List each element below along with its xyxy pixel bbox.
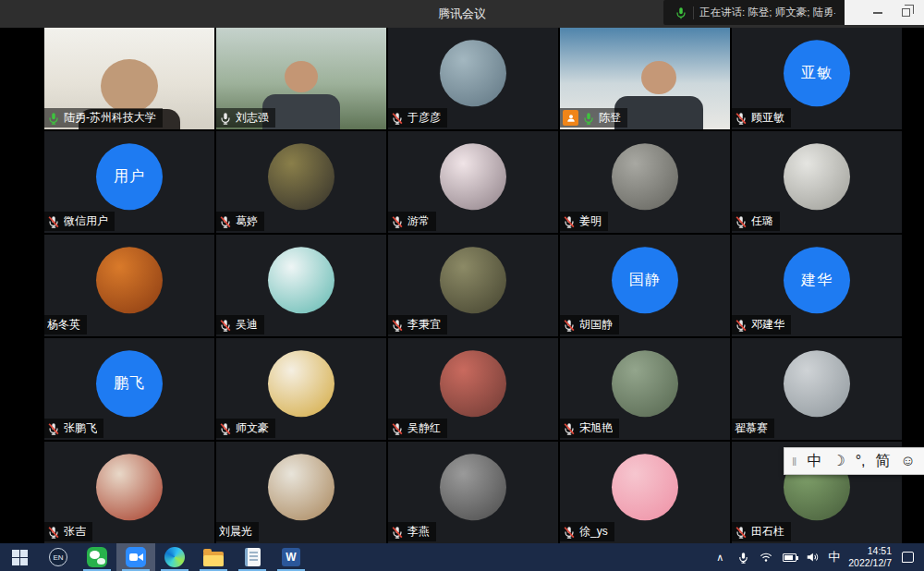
language-indicator-button[interactable]: EN	[39, 543, 78, 571]
ime-mode-toggle[interactable]: 中	[807, 448, 821, 474]
participant-nameplate: 葛婷	[216, 212, 264, 231]
avatar-photo	[440, 143, 506, 210]
mic-speaking-icon	[47, 112, 60, 125]
minimize-button[interactable]	[872, 7, 883, 18]
ime-punctuation-toggle[interactable]: °,	[856, 448, 866, 474]
participant-name: 李秉宜	[407, 317, 441, 333]
participant-tile[interactable]: 用户微信用户	[44, 131, 214, 233]
participant-tile[interactable]: 徐_ys	[560, 442, 730, 543]
clock-date: 2022/12/7	[848, 557, 892, 568]
avatar-initials: 建华	[784, 247, 850, 313]
folder-icon	[203, 552, 224, 566]
participant-tile[interactable]: 于彦彦	[388, 28, 558, 129]
participant-nameplate: 吴静红	[388, 419, 447, 438]
participant-tile[interactable]: 李秉宜	[388, 235, 558, 336]
mic-muted-icon	[563, 215, 576, 228]
participant-tile[interactable]: 宋旭艳	[560, 338, 730, 440]
hidden-icons-chevron[interactable]: ∧	[712, 549, 727, 565]
mic-muted-icon	[735, 526, 748, 539]
participant-tile[interactable]: 陈登	[560, 28, 730, 129]
participant-tile[interactable]: 师文豪	[216, 338, 386, 440]
restore-button[interactable]	[900, 7, 911, 18]
mic-muted-icon	[219, 422, 232, 435]
participant-tile[interactable]: 游常	[388, 131, 558, 233]
participant-tile[interactable]: 刘志强	[216, 28, 386, 129]
mic-muted-icon	[563, 422, 576, 435]
avatar-photo	[440, 40, 506, 106]
participant-tile[interactable]: 杨冬英	[44, 235, 214, 336]
ime-toolbar[interactable]: ‖ 中 ☽ °, 简 ☺	[784, 447, 924, 475]
ime-width-toggle-icon[interactable]: ☽	[832, 448, 845, 474]
participant-name: 刘志强	[236, 110, 269, 126]
speaking-indicator-popup: 正在讲话: 陈登; 师文豪; 陆勇-...	[663, 0, 924, 25]
participant-tile[interactable]: 任璐	[732, 131, 902, 233]
participant-tile[interactable]: 吴迪	[216, 235, 386, 336]
battery-icon[interactable]	[782, 549, 796, 565]
participant-name: 邓建华	[751, 317, 784, 333]
clock-time: 14:51	[868, 545, 892, 556]
volume-icon[interactable]	[805, 549, 820, 565]
popup-window-controls	[845, 0, 924, 25]
participant-nameplate: 刘晨光	[216, 522, 259, 541]
edge-taskbar-button[interactable]	[155, 543, 194, 571]
windows-logo-icon	[12, 550, 28, 565]
word-taskbar-button[interactable]: W	[272, 543, 310, 571]
participant-nameplate: 顾亚敏	[732, 108, 791, 128]
taskbar-left: EN W	[0, 543, 310, 571]
participant-name: 吴静红	[407, 420, 441, 436]
avatar-photo	[96, 454, 163, 520]
tray-microphone-icon[interactable]	[736, 549, 750, 565]
mic-on-icon	[219, 112, 232, 125]
participant-nameplate: 陈登	[560, 108, 627, 128]
tray-ime-mode[interactable]: 中	[828, 549, 840, 565]
participant-tile[interactable]: 亚敏顾亚敏	[732, 28, 902, 129]
participant-tile[interactable]: 姜明	[560, 131, 730, 233]
participant-nameplate: 师文豪	[216, 419, 275, 438]
participant-name: 姜明	[579, 213, 602, 229]
avatar-initials: 用户	[96, 143, 163, 210]
participant-nameplate: 张鹏飞	[44, 419, 103, 438]
wifi-icon[interactable]	[759, 549, 773, 565]
participant-nameplate: 刘志强	[216, 108, 275, 128]
ime-drag-handle[interactable]: ‖	[792, 455, 796, 468]
tencent-meeting-taskbar-button[interactable]	[116, 543, 155, 571]
avatar-photo	[612, 350, 678, 417]
taskbar-clock[interactable]: 14:51 2022/12/7	[848, 545, 892, 569]
participant-nameplate: 徐_ys	[560, 522, 614, 541]
action-center-icon[interactable]	[900, 549, 915, 565]
avatar-photo	[440, 350, 506, 417]
participant-tile[interactable]: 刘晨光	[216, 442, 386, 543]
participant-tile[interactable]: 吴静红	[388, 338, 558, 440]
participant-tile[interactable]: 国静胡国静	[560, 235, 730, 336]
avatar-photo	[612, 143, 678, 210]
wechat-taskbar-button[interactable]	[78, 543, 116, 571]
avatar-photo	[440, 247, 506, 313]
participant-name: 葛婷	[236, 213, 258, 229]
participant-name: 顾亚敏	[751, 110, 784, 126]
avatar-initials: 亚敏	[784, 40, 850, 106]
participant-tile[interactable]: 李燕	[388, 442, 558, 543]
word-icon: W	[282, 548, 300, 566]
avatar-photo	[268, 454, 334, 520]
mic-muted-icon	[391, 112, 404, 125]
start-button[interactable]	[0, 543, 39, 571]
mic-muted-icon	[391, 215, 404, 228]
participant-grid: 陆勇-苏州科技大学刘志强于彦彦陈登亚敏顾亚敏用户微信用户葛婷游常姜明任璐杨冬英吴…	[44, 28, 902, 543]
avatar-photo	[440, 454, 506, 520]
mic-muted-icon	[563, 319, 576, 332]
notepad-taskbar-button[interactable]	[233, 543, 272, 571]
ime-simplified-toggle[interactable]: 简	[876, 448, 891, 474]
participant-tile[interactable]: 翟慕赛	[732, 338, 902, 440]
participant-tile[interactable]: 陆勇-苏州科技大学	[44, 28, 214, 129]
participant-nameplate: 宋旭艳	[560, 419, 619, 438]
avatar-initials: 鹏飞	[96, 350, 163, 417]
participant-tile[interactable]: 建华邓建华	[732, 235, 902, 336]
participant-tile[interactable]: 葛婷	[216, 131, 386, 233]
participant-name: 任璐	[751, 213, 773, 229]
tencent-meeting-icon	[126, 547, 146, 567]
participant-name: 陈登	[599, 110, 621, 126]
file-explorer-taskbar-button[interactable]	[194, 543, 233, 571]
participant-tile[interactable]: 张吉	[44, 442, 214, 543]
participant-tile[interactable]: 鹏飞张鹏飞	[44, 338, 214, 440]
ime-emoji-icon[interactable]: ☺	[901, 448, 916, 474]
